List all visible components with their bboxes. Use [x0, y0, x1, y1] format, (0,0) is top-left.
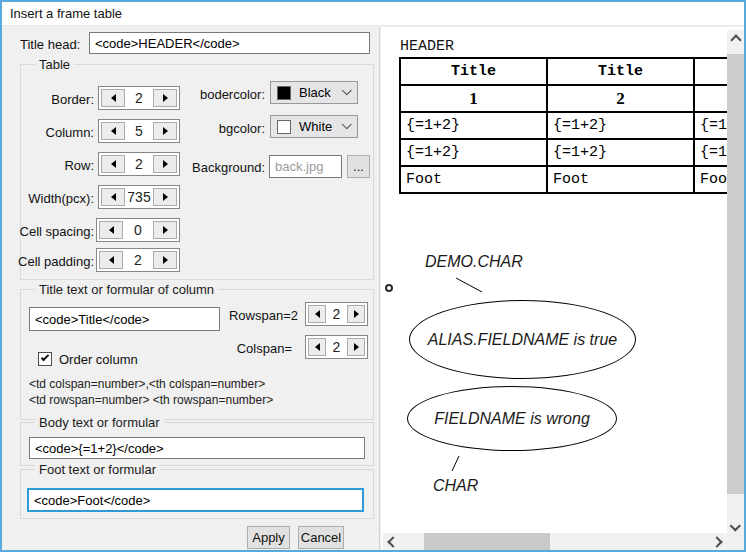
bordercolor-dropdown[interactable]: Black: [270, 81, 358, 104]
cell-spacing-decrement-button[interactable]: [99, 221, 123, 239]
alias-fieldname-text: ALIAS.FIELDNAME is true: [428, 331, 617, 349]
width-spinner: 735: [98, 185, 180, 209]
preview-table: Title Title Title 1 2 3 {=1+2} {=1+2} {=…: [399, 57, 729, 194]
foot-cell: Foot: [694, 166, 729, 193]
title-head-input[interactable]: [89, 32, 370, 54]
chevron-down-icon: [729, 520, 740, 531]
arrow-left-icon: [105, 256, 114, 264]
alias-fieldname-ellipse: ALIAS.FIELDNAME is true: [409, 300, 636, 379]
cell-padding-value: 2: [125, 249, 151, 271]
settings-panel: Title head: Table Border: 2 bodercolor: …: [2, 27, 380, 550]
cancel-button[interactable]: Cancel: [298, 526, 344, 549]
arrow-right-icon: [163, 193, 172, 201]
bordercolor-label: bodercolor:: [122, 87, 265, 102]
colspan-spinner: 2: [305, 335, 368, 359]
browse-button[interactable]: ...: [347, 155, 370, 178]
title-cell: Title: [547, 58, 694, 85]
chevron-up-icon: [730, 34, 741, 45]
table-group-title: Table: [35, 57, 74, 72]
horizontal-scroll-thumb[interactable]: [424, 533, 550, 550]
order-column-checkbox[interactable]: [38, 352, 52, 366]
table-row: Foot Foot Foot: [400, 166, 729, 193]
arrow-left-icon: [311, 343, 320, 351]
preview-pane: HEADER Title Title Title 1 2 3 {=1+2} {=…: [381, 27, 744, 550]
cell-padding-spinner: 2: [96, 248, 180, 272]
foot-text-group-title: Foot text or formular: [35, 462, 160, 477]
horizontal-scrollbar[interactable]: [383, 533, 727, 550]
arrow-left-icon: [107, 193, 116, 201]
order-column-label: Order column: [59, 352, 138, 367]
arrow-left-icon: [107, 127, 116, 135]
rowspan-value: 2: [328, 303, 345, 325]
apply-button[interactable]: Apply: [247, 526, 290, 549]
background-input[interactable]: [269, 155, 342, 178]
width-decrement-button[interactable]: [101, 188, 125, 206]
colspan-value: 2: [328, 336, 345, 358]
body-cell: {=1+2}: [400, 112, 547, 139]
rowspan-spinner: 2: [305, 302, 368, 326]
demo-char-label: DEMO.CHAR: [425, 253, 523, 271]
border-label: Border:: [2, 92, 94, 107]
scroll-left-button[interactable]: [383, 533, 403, 550]
body-text-group-title: Body text or formular: [35, 415, 164, 430]
body-cell: {=1+2}: [400, 139, 547, 166]
scroll-up-button[interactable]: [727, 30, 744, 50]
body-cell: {=1+2}: [547, 112, 694, 139]
preview-table-caption: HEADER: [400, 38, 454, 55]
bordercolor-value: Black: [299, 85, 344, 100]
background-label: Background:: [122, 160, 265, 175]
cell-padding-decrement-button[interactable]: [99, 251, 123, 269]
check-icon: [41, 353, 49, 361]
rowspan-decrement-button[interactable]: [308, 305, 326, 323]
title-text-group-title: Title text or formular of column: [35, 282, 218, 297]
colspan-increment-button[interactable]: [347, 338, 365, 356]
width-value: 735: [127, 186, 151, 208]
arrow-left-icon: [105, 226, 114, 234]
arrow-right-icon: [163, 226, 172, 234]
cell-spacing-increment-button[interactable]: [153, 221, 177, 239]
colspan-label: Colspan=: [182, 341, 292, 356]
column-label: Column:: [2, 125, 94, 140]
arrow-right-icon: [354, 343, 363, 351]
title-bar: Insert a frame table: [2, 2, 744, 26]
bgcolor-dropdown[interactable]: White: [270, 115, 358, 138]
width-label: Width(pcx):: [2, 191, 94, 206]
foot-cell: Foot: [400, 166, 547, 193]
scroll-right-button[interactable]: [707, 533, 727, 550]
chevron-right-icon: [711, 536, 722, 547]
cell-padding-label: Cell padding:: [2, 254, 94, 269]
black-swatch-icon: [277, 86, 291, 100]
vertical-scrollbar[interactable]: [727, 30, 744, 538]
table-row: {=1+2} {=1+2} {=1+2}: [400, 112, 729, 139]
number-cell: 3: [694, 85, 729, 112]
foot-cell: Foot: [547, 166, 694, 193]
cell-spacing-spinner: 0: [96, 218, 180, 242]
preview-table-clip: Title Title Title 1 2 3 {=1+2} {=1+2} {=…: [399, 57, 729, 202]
title-cell: Title: [694, 58, 729, 85]
scrollbar-corner: [727, 533, 744, 550]
vertical-scroll-thumb[interactable]: [727, 54, 744, 494]
arrow-left-icon: [107, 94, 116, 102]
cell-padding-increment-button[interactable]: [153, 251, 177, 269]
table-row: Title Title Title: [400, 58, 729, 85]
table-row: 1 2 3: [400, 85, 729, 112]
row-label: Row:: [2, 158, 94, 173]
arrow-right-icon: [163, 256, 172, 264]
arrow-left-icon: [107, 160, 116, 168]
number-cell: 2: [547, 85, 694, 112]
colspan-decrement-button[interactable]: [308, 338, 326, 356]
table-row: {=1+2} {=1+2} {=1+2}: [400, 139, 729, 166]
arrow-right-icon: [354, 310, 363, 318]
number-cell: 1: [400, 85, 547, 112]
body-formula-input[interactable]: [29, 437, 365, 459]
foot-formula-input[interactable]: [27, 488, 364, 512]
bgcolor-label: bgcolor:: [122, 121, 265, 136]
splitter-handle[interactable]: [385, 284, 393, 292]
rowspan-increment-button[interactable]: [347, 305, 365, 323]
cell-spacing-label: Cell spacing:: [2, 224, 94, 239]
arrow-left-icon: [311, 310, 320, 318]
bgcolor-value: White: [299, 119, 344, 134]
width-increment-button[interactable]: [153, 188, 177, 206]
chevron-left-icon: [387, 536, 398, 547]
cell-spacing-value: 0: [125, 219, 151, 241]
